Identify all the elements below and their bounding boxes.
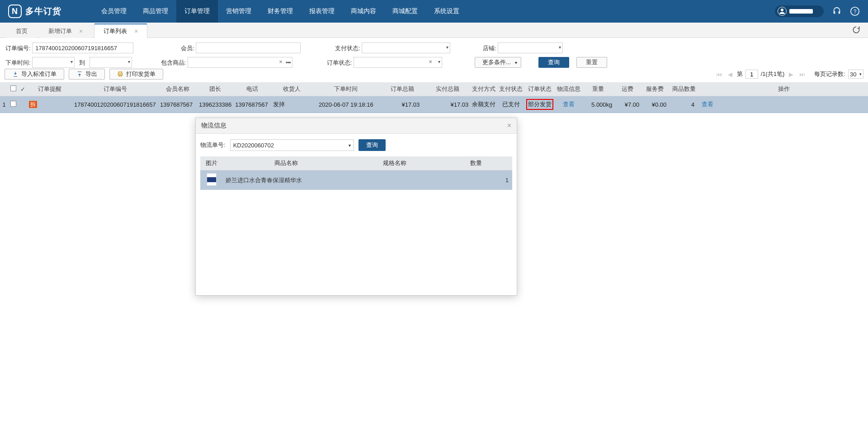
chevron-down-icon: ▾	[559, 45, 561, 50]
page-last-button[interactable]: ⏭	[798, 70, 806, 78]
col-logistics: 物流信息	[555, 82, 582, 96]
tracking-select[interactable]: KD2020060702 ▾	[230, 139, 354, 151]
svg-text:?: ?	[854, 9, 857, 15]
col-total: 订单总额	[380, 82, 425, 96]
tab-order-list[interactable]: 订单列表 ×	[94, 24, 147, 38]
shop-select[interactable]	[498, 42, 563, 53]
brand-mark-icon: N	[8, 5, 22, 18]
import-button[interactable]: 导入标准订单	[5, 69, 64, 80]
cell-time: 2020-06-07 19:18:16	[312, 96, 380, 113]
col-order-reminder: 订单提醒	[27, 82, 72, 96]
mcol-image: 图片	[200, 156, 223, 170]
top-nav: 会员管理 商品管理 订单管理 营销管理 财务管理 报表管理 商城内容 商城配置 …	[93, 0, 467, 23]
nav-member[interactable]: 会员管理	[93, 0, 135, 23]
pay-status-select[interactable]	[362, 42, 450, 53]
mcol-qty: 数量	[440, 156, 512, 170]
modal-title: 物流信息	[201, 122, 226, 130]
col-leader: 团长	[197, 82, 233, 96]
filter-bar: 订单编号: 会员: 支付状态: ▾ 店铺: ▾ 下单时间: ▾ 到 ▾ 包含商品…	[0, 38, 868, 69]
col-service-fee: 服务费	[641, 82, 668, 96]
nav-finance[interactable]: 财务管理	[259, 0, 301, 23]
cell-index: 1	[0, 96, 8, 113]
per-page-label: 每页记录数:	[814, 70, 845, 78]
help-icon[interactable]: ?	[850, 6, 860, 16]
clear-icon[interactable]: ×	[429, 58, 432, 65]
more-conditions-button[interactable]: 更多条件...	[475, 57, 521, 68]
refresh-icon[interactable]	[852, 25, 861, 36]
label-member: 会员:	[173, 44, 194, 52]
logistics-view-link[interactable]: 查看	[563, 101, 575, 108]
chevron-down-icon: ▾	[859, 72, 862, 76]
svg-point-0	[781, 9, 783, 11]
print-button[interactable]: 打印发货单	[109, 69, 163, 80]
tracking-value: KD2020060702	[233, 142, 274, 149]
svg-rect-5	[119, 75, 122, 76]
headset-icon[interactable]	[832, 6, 842, 16]
avatar-icon	[778, 7, 787, 16]
page-prev-button[interactable]: ◀	[726, 70, 734, 78]
nav-orders[interactable]: 订单管理	[176, 0, 218, 23]
label-to: 到	[79, 59, 85, 67]
mcell-name: 娇兰进口水合青春保湿精华水	[223, 170, 349, 190]
nav-mall-config[interactable]: 商城配置	[384, 0, 426, 23]
col-time: 下单时间	[312, 82, 380, 96]
modal-query-button[interactable]: 查询	[359, 139, 386, 151]
app-header: N 多牛订货 会员管理 商品管理 订单管理 营销管理 财务管理 报表管理 商城内…	[0, 0, 868, 23]
button-label: 导出	[85, 70, 97, 78]
cell-receiver: 发掉	[271, 96, 312, 113]
mcol-name: 商品名称	[223, 156, 349, 170]
close-icon[interactable]: ×	[79, 28, 83, 34]
toolbar: 导入标准订单 导出 打印发货单 ⏮ ◀ 第 /1(共1笔) ▶ ⏭ 每页记录数:…	[0, 69, 868, 82]
tab-new-order[interactable]: 新增订单 ×	[39, 24, 92, 38]
select-all-checkbox[interactable]	[10, 85, 16, 91]
reset-button[interactable]: 重置	[576, 57, 607, 68]
clear-icon[interactable]: ×	[279, 58, 283, 65]
col-pay-status: 支付状态	[497, 82, 524, 96]
user-chip[interactable]	[775, 5, 824, 17]
row-view-link[interactable]: 查看	[702, 101, 713, 108]
col-order-no: 订单编号	[72, 82, 158, 96]
header-right: ?	[775, 5, 860, 17]
nav-goods[interactable]: 商品管理	[135, 0, 176, 23]
nav-report[interactable]: 报表管理	[301, 0, 343, 23]
page-next-button[interactable]: ▶	[787, 70, 795, 78]
page-input[interactable]	[745, 70, 758, 79]
nav-mall-content[interactable]: 商城内容	[343, 0, 384, 23]
row-checkbox[interactable]	[10, 101, 16, 107]
chevron-down-icon: ▾	[446, 45, 448, 50]
table-header-row: ✓ 订单提醒 订单编号 会员名称 团长 电话 收货人 下单时间 订单总额 实付总…	[0, 82, 868, 96]
close-icon[interactable]: ×	[507, 122, 511, 129]
col-paid: 实付总额	[425, 82, 470, 96]
time-to-input[interactable]	[90, 57, 132, 68]
mcol-spec: 规格名称	[349, 156, 440, 170]
table-row[interactable]: 1 拆 178740012020060719​1816657 139768756…	[0, 96, 868, 113]
cell-order-no: 178740012020060719​1816657	[72, 96, 158, 113]
button-label: 打印发货单	[126, 70, 156, 78]
close-icon[interactable]: ×	[134, 28, 138, 34]
query-button[interactable]: 查询	[538, 57, 569, 68]
include-goods-input[interactable]	[188, 57, 292, 68]
nav-system[interactable]: 系统设置	[426, 0, 467, 23]
modal-row[interactable]: 娇兰进口水合青春保湿精华水 1	[200, 170, 512, 190]
label-order-status: 订单状态:	[327, 59, 352, 67]
col-pay-method: 支付方式	[470, 82, 497, 96]
per-page-select[interactable]: 30 ▾	[848, 70, 863, 79]
tab-home[interactable]: 首页	[6, 24, 37, 38]
cell-weight: 5.000kg	[582, 96, 614, 113]
cell-total: ¥17.03	[380, 96, 425, 113]
order-no-input[interactable]	[32, 42, 133, 53]
export-button[interactable]: 导出	[69, 69, 105, 80]
split-badge: 拆	[29, 101, 37, 108]
page-first-button[interactable]: ⏮	[715, 70, 723, 78]
mcell-qty: 1	[440, 170, 512, 190]
member-input[interactable]	[196, 42, 301, 53]
ellipsis-icon[interactable]: •••	[286, 59, 291, 66]
cell-ship-fee: ¥7.00	[614, 96, 641, 113]
tab-label: 首页	[16, 27, 28, 35]
order-table: ✓ 订单提醒 订单编号 会员名称 团长 电话 收货人 下单时间 订单总额 实付总…	[0, 82, 868, 113]
time-from-input[interactable]	[32, 57, 75, 68]
nav-marketing[interactable]: 营销管理	[218, 0, 259, 23]
tab-label: 新增订单	[48, 27, 72, 35]
printer-icon	[117, 71, 123, 77]
label-order-no: 订单编号:	[5, 44, 31, 52]
